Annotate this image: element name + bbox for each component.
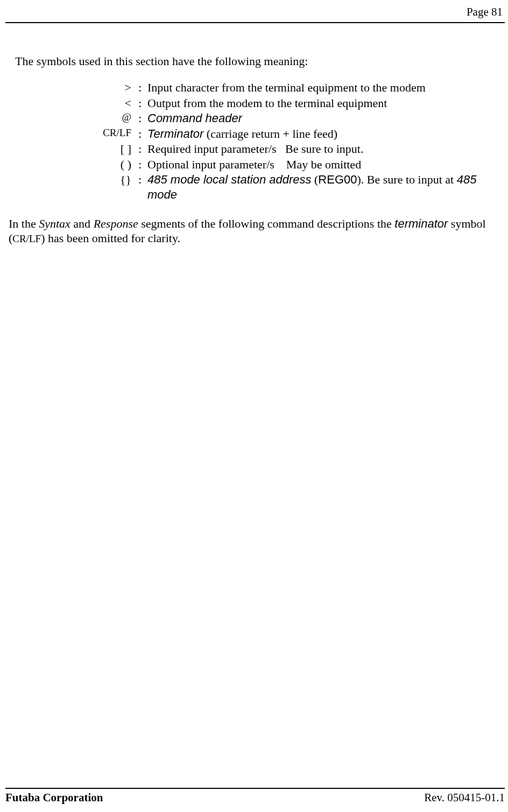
symbol-row: <:Output from the modem to the terminal … [97,96,485,111]
separator-cell: : [132,96,147,111]
symbol-row: @:Command header [97,111,485,126]
page-number: Page 81 [5,5,505,19]
page-footer: Futaba Corporation Rev. 050415-01.1 [5,788,505,804]
description-cell: 485 mode local station address (REG00). … [147,172,485,202]
symbol-cell: @ [97,111,132,124]
symbol-cell: CR/LF [97,126,132,139]
description-cell: Input character from the terminal equipm… [147,80,485,95]
footer-rule [5,788,505,789]
separator-cell: : [132,126,147,142]
symbol-cell: ( ) [97,157,132,172]
description-cell: Output from the modem to the terminal eq… [147,96,485,111]
separator-cell: : [132,142,147,157]
intro-text: The symbols used in this section have th… [15,54,505,68]
header-rule [5,22,505,23]
symbol-row: >:Input character from the terminal equi… [97,80,485,95]
separator-cell: : [132,80,147,95]
symbol-row: {}:485 mode local station address (REG00… [97,172,485,202]
symbol-cell: [ ] [97,142,132,157]
symbol-row: [ ]:Required input parameter/s Be sure t… [97,142,485,157]
symbol-cell: < [97,96,132,111]
symbol-row: ( ):Optional input parameter/s May be om… [97,157,485,172]
closing-paragraph: In the Syntax and Response segments of t… [9,217,504,246]
description-cell: Required input parameter/s Be sure to in… [147,142,485,157]
symbol-cell: > [97,80,132,95]
footer-revision: Rev. 050415-01.1 [424,791,505,804]
description-cell: Optional input parameter/s May be omitte… [147,157,485,172]
symbol-legend-table: >:Input character from the terminal equi… [97,80,485,202]
footer-company: Futaba Corporation [5,791,103,804]
description-cell: Command header [147,111,485,126]
symbol-cell: {} [97,172,132,187]
symbol-row: CR/LF:Terminator (carriage return + line… [97,126,485,142]
separator-cell: : [132,111,147,126]
separator-cell: : [132,157,147,172]
description-cell: Terminator (carriage return + line feed) [147,126,485,142]
separator-cell: : [132,172,147,187]
